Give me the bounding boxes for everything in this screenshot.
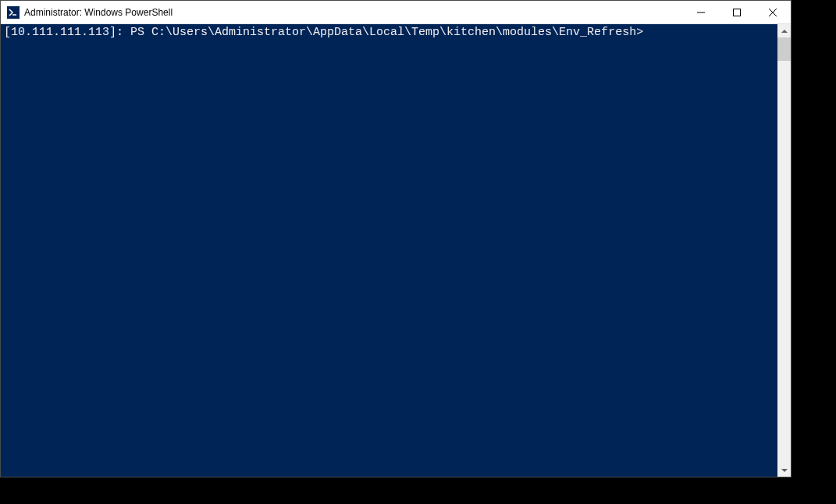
vertical-scrollbar[interactable] (777, 24, 791, 477)
chevron-down-icon (781, 469, 788, 472)
maximize-button[interactable] (719, 1, 755, 23)
close-icon (769, 9, 777, 16)
terminal-area: [10.111.111.113]: PS C:\Users\Administra… (1, 24, 791, 477)
minimize-button[interactable] (683, 1, 719, 23)
maximize-icon (733, 9, 741, 16)
terminal-content[interactable]: [10.111.111.113]: PS C:\Users\Administra… (1, 24, 777, 477)
scrollbar-thumb[interactable] (777, 37, 791, 61)
minimize-icon (697, 9, 705, 16)
window-title: Administrator: Windows PowerShell (24, 7, 683, 18)
window-controls (683, 1, 791, 23)
chevron-up-icon (781, 30, 788, 33)
prompt-text: [10.111.111.113]: PS C:\Users\Administra… (4, 26, 643, 39)
titlebar[interactable]: Administrator: Windows PowerShell (1, 1, 791, 24)
powershell-icon (7, 6, 20, 19)
close-button[interactable] (755, 1, 791, 23)
svg-rect-3 (734, 9, 741, 16)
scroll-up-button[interactable] (777, 24, 791, 37)
scroll-down-button[interactable] (777, 463, 791, 477)
scrollbar-track[interactable] (777, 37, 791, 463)
powershell-window: Administrator: Windows PowerShell [10 (0, 0, 792, 477)
